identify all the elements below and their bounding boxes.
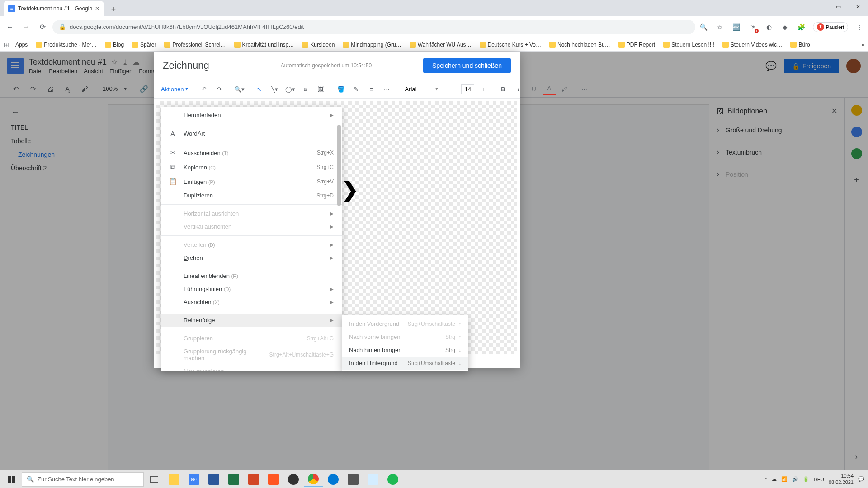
tray-clock[interactable]: 10:54 08.02.2021 [829, 473, 854, 485]
nav-back-icon[interactable]: ← [4, 21, 16, 33]
menu-item[interactable]: Reihenfolge▶ [161, 314, 342, 327]
tray-volume-icon[interactable]: 🔊 [792, 476, 798, 482]
save-close-button[interactable]: Speichern und schließen [423, 58, 511, 73]
bookmark-item[interactable]: Apps [14, 42, 29, 48]
underline-icon[interactable]: U [528, 83, 540, 95]
font-size-input[interactable]: 14 [461, 84, 474, 94]
taskbar-spotify-icon[interactable] [383, 472, 402, 487]
tray-wifi-icon[interactable]: 📶 [781, 476, 788, 482]
select-tool-icon[interactable]: ↖ [253, 83, 266, 95]
taskbar-explorer-icon[interactable] [165, 472, 184, 487]
profile-paused-button[interactable]: T Pausiert [813, 22, 848, 32]
win-minimize-icon[interactable]: — [808, 0, 828, 14]
bookmark-item[interactable]: Wahlfächer WU Aus… [408, 42, 473, 48]
taskbar-app-icon[interactable] [344, 472, 363, 487]
address-bar[interactable]: 🔒 docs.google.com/document/d/1hUH8k6h7Lb… [52, 20, 695, 34]
textbox-tool-icon[interactable]: ⧈ [299, 83, 312, 95]
italic-icon[interactable]: I [512, 83, 525, 95]
taskbar-excel-icon[interactable] [224, 472, 243, 487]
ext3-icon[interactable]: ◆ [780, 22, 790, 32]
task-view-icon[interactable] [145, 472, 164, 487]
fill-color-icon[interactable]: 🪣 [335, 83, 347, 95]
bookmark-item[interactable]: PDF Report [617, 42, 657, 48]
bookmark-item[interactable]: Produktsuche - Mer… [34, 42, 99, 48]
win-maximize-icon[interactable]: ▭ [828, 0, 848, 14]
chrome-menu-icon[interactable]: ⋮ [854, 22, 864, 32]
text-color-icon[interactable]: A [543, 83, 556, 95]
menu-item-label: Vertikal ausrichten [184, 223, 324, 230]
bookmark-item[interactable]: Später [130, 42, 158, 48]
menu-item[interactable]: AWordArt [161, 127, 342, 141]
menu-item[interactable]: Führungslinien (D)▶ [161, 282, 342, 296]
redo-icon[interactable]: ↷ [213, 83, 226, 95]
bookmark-item[interactable]: Kreativität und Insp… [232, 42, 296, 48]
bookmarks-overflow-icon[interactable]: » [861, 42, 864, 48]
bookmark-item[interactable]: Kursideen [300, 42, 336, 48]
menu-item[interactable]: Herunterladen▶ [161, 108, 342, 122]
bold-icon[interactable]: B [497, 83, 509, 95]
start-button[interactable] [2, 472, 21, 487]
tray-chevron-icon[interactable]: ^ [765, 477, 767, 482]
font-size-increase-icon[interactable]: + [477, 83, 490, 95]
bookmark-item[interactable]: Noch hochladen Bu… [547, 42, 612, 48]
highlight-icon[interactable]: 🖍 [558, 83, 571, 95]
taskbar-edge-icon[interactable] [324, 472, 343, 487]
menu-item[interactable]: Lineal einblenden (R) [161, 269, 342, 282]
bookmark-item[interactable]: Blog [103, 42, 126, 48]
apps-icon[interactable]: ⊞ [4, 41, 9, 48]
bookmark-item[interactable]: Steuern Videos wic… [721, 42, 784, 48]
menu-item[interactable]: ✂Ausschneiden (T)Strg+X [161, 145, 342, 160]
submenu-item[interactable]: In den HintergrundStrg+Umschalttaste+↓ [342, 357, 468, 370]
tray-notifications-icon[interactable]: 💬 [858, 476, 864, 482]
tray-language[interactable]: DEU [814, 477, 824, 482]
bookmark-item[interactable]: Mindmapping (Gru… [341, 42, 403, 48]
folder-icon [36, 42, 42, 48]
tray-onedrive-icon[interactable]: ☁ [772, 476, 777, 482]
bookmark-star-icon[interactable]: ☆ [715, 22, 725, 32]
taskbar-chrome-icon[interactable] [304, 472, 323, 487]
bookmark-item[interactable]: Professionell Schrei… [162, 42, 227, 48]
windows-search-input[interactable]: 🔍 Zur Suche Text hier eingeben [22, 472, 144, 487]
tab-close-icon[interactable]: ✕ [95, 5, 99, 12]
scrollbar-thumb[interactable] [337, 125, 341, 206]
submenu-item[interactable]: Nach hinten bringenStrg+↓ [342, 343, 468, 357]
font-select[interactable]: Arial [401, 86, 432, 93]
zoom-icon[interactable]: 🔍▾ [233, 83, 246, 95]
browser-tab[interactable]: ≡ Textdokument neu #1 - Google ✕ [4, 1, 104, 16]
image-tool-icon[interactable]: 🖼 [315, 83, 327, 95]
line-tool-icon[interactable]: ╲▾ [269, 83, 281, 95]
shape-chevron-right[interactable]: ❯ [342, 178, 359, 201]
taskbar-powerpoint-icon[interactable] [244, 472, 263, 487]
bookmark-item[interactable]: Deutsche Kurs + Vo… [478, 42, 543, 48]
menu-item[interactable]: Drehen▶ [161, 251, 342, 264]
ext2-icon[interactable]: ◐ [764, 22, 774, 32]
win-close-icon[interactable]: ✕ [848, 0, 868, 14]
nav-reload-icon[interactable]: ⟳ [36, 21, 49, 33]
taskbar-notepad-icon[interactable] [363, 472, 382, 487]
menu-item[interactable]: Ausrichten (X)▶ [161, 296, 342, 309]
ext-icon[interactable]: 🛍1 [748, 22, 758, 32]
zoom-icon[interactable]: 🔍 [699, 22, 709, 32]
menu-item[interactable]: DuplizierenStrg+D [161, 189, 342, 202]
shape-tool-icon[interactable]: ◯▾ [284, 83, 297, 95]
extensions-icon[interactable]: 🧩 [797, 22, 807, 32]
border-dash-icon[interactable]: ⋯ [381, 83, 393, 95]
border-weight-icon[interactable]: ≡ [365, 83, 378, 95]
taskbar-app-icon[interactable] [284, 472, 303, 487]
bookmark-item[interactable]: Büro [788, 42, 811, 48]
border-color-icon[interactable]: ✎ [350, 83, 363, 95]
font-size-decrease-icon[interactable]: − [446, 83, 458, 95]
actions-dropdown-button[interactable]: Aktionen▼ [159, 86, 191, 93]
taskbar-app-icon[interactable]: 99+ [184, 472, 203, 487]
bookmark-item[interactable]: Steuern Lesen !!!! [661, 42, 716, 48]
taskbar-word-icon[interactable] [204, 472, 223, 487]
tray-battery-icon[interactable]: 🔋 [803, 476, 809, 482]
new-tab-button[interactable]: + [107, 3, 120, 16]
gtranslate-icon[interactable]: 🔤 [731, 22, 741, 32]
menu-item[interactable]: 📋Einfügen (P)Strg+V [161, 174, 342, 189]
taskbar-app-icon[interactable] [264, 472, 283, 487]
menu-item[interactable]: ⧉Kopieren (C)Strg+C [161, 160, 342, 174]
undo-icon[interactable]: ↶ [198, 83, 211, 95]
more-tools-icon[interactable]: ⋯ [578, 83, 591, 95]
menu-item: Neu gruppieren [161, 365, 342, 371]
